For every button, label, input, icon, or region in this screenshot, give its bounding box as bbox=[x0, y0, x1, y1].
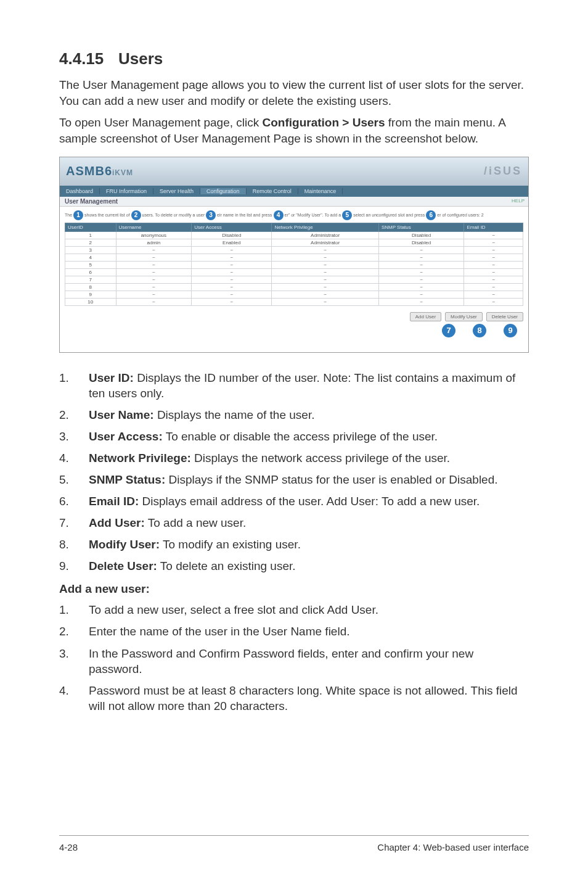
table-cell: ~ bbox=[464, 283, 523, 291]
table-cell: ~ bbox=[272, 268, 379, 276]
table-row[interactable]: 7~~~~~ bbox=[65, 276, 523, 283]
table-cell: Administrator bbox=[272, 231, 379, 239]
callout-7: 7 bbox=[442, 324, 455, 337]
table-cell: 4 bbox=[65, 254, 116, 261]
table-cell: 7 bbox=[65, 276, 116, 283]
col-snmpstatus[interactable]: SNMP Status bbox=[378, 223, 464, 231]
table-cell: ~ bbox=[116, 291, 192, 298]
table-cell: ~ bbox=[464, 254, 523, 261]
help-link[interactable]: HELP bbox=[512, 198, 525, 204]
callout-3: 3 bbox=[206, 210, 216, 220]
col-userid[interactable]: UserID bbox=[65, 223, 116, 231]
list-item: 6.Email ID: Displays email address of th… bbox=[59, 493, 529, 509]
list-label: Email ID: bbox=[89, 495, 139, 508]
list-text: Modify User: To modify an existing user. bbox=[89, 537, 529, 552]
table-cell: Disabled bbox=[378, 231, 464, 239]
table-cell: ~ bbox=[272, 291, 379, 298]
tab-maintenance[interactable]: Maintenance bbox=[298, 188, 343, 194]
list-item: 5.SNMP Status: Displays if the SNMP stat… bbox=[59, 472, 529, 487]
table-cell: 9 bbox=[65, 291, 116, 298]
brand-logo: /iSUS bbox=[484, 165, 522, 178]
footer-chapter: Chapter 4: Web-based user interface bbox=[377, 842, 529, 852]
list-text: SNMP Status: Displays if the SNMP status… bbox=[89, 472, 529, 487]
button-row: Add User Modify User Delete User bbox=[65, 312, 523, 321]
table-cell: ~ bbox=[378, 268, 464, 276]
screenshot-header: ASMB6iKVM /iSUS bbox=[60, 157, 528, 186]
col-username[interactable]: Username bbox=[116, 223, 192, 231]
list-item: 3.User Access: To enable or disable the … bbox=[59, 429, 529, 444]
tab-dashboard[interactable]: Dashboard bbox=[60, 188, 100, 194]
list-text: Password must be at least 8 characters l… bbox=[89, 683, 529, 714]
tab-server-health[interactable]: Server Health bbox=[153, 188, 200, 194]
list-item: 7.Add User: To add a new user. bbox=[59, 515, 529, 530]
table-cell: ~ bbox=[464, 239, 523, 246]
table-row[interactable]: 5~~~~~ bbox=[65, 261, 523, 268]
table-cell: Enabled bbox=[192, 239, 272, 246]
table-cell: 6 bbox=[65, 268, 116, 276]
table-cell: ~ bbox=[272, 261, 379, 268]
list-text: Delete User: To delete an existing user. bbox=[89, 558, 529, 574]
list-number: 4. bbox=[59, 450, 89, 466]
table-cell: 10 bbox=[65, 298, 116, 305]
tab-configuration[interactable]: Configuration bbox=[200, 188, 247, 194]
add-user-heading: Add a new user: bbox=[59, 582, 529, 596]
list-item: 3.In the Password and Confirm Password f… bbox=[59, 646, 529, 677]
table-row[interactable]: 1anonymousDisabledAdministratorDisabled~ bbox=[65, 231, 523, 239]
table-row[interactable]: 6~~~~~ bbox=[65, 268, 523, 276]
list-item: 9.Delete User: To delete an existing use… bbox=[59, 558, 529, 574]
table-row[interactable]: 9~~~~~ bbox=[65, 291, 523, 298]
table-cell: ~ bbox=[272, 283, 379, 291]
col-emailid[interactable]: Email ID bbox=[464, 223, 523, 231]
delete-user-button[interactable]: Delete User bbox=[486, 312, 523, 321]
footer-pagenum: 4-28 bbox=[59, 842, 78, 852]
list-text: Network Privilege: Displays the network … bbox=[89, 450, 529, 466]
callout-1: 1 bbox=[73, 210, 83, 220]
callout-6: 6 bbox=[426, 210, 436, 220]
breadcrumb: Configuration > Users bbox=[263, 116, 385, 129]
table-row[interactable]: 10~~~~~ bbox=[65, 298, 523, 305]
list-number: 1. bbox=[59, 602, 89, 617]
list-item: 4.Password must be at least 8 characters… bbox=[59, 683, 529, 714]
table-cell: ~ bbox=[116, 254, 192, 261]
table-row[interactable]: 4~~~~~ bbox=[65, 254, 523, 261]
tab-fru-info[interactable]: FRU Information bbox=[100, 188, 153, 194]
section-title: Users bbox=[118, 49, 163, 68]
list-label: Delete User: bbox=[89, 559, 157, 572]
table-cell: ~ bbox=[116, 268, 192, 276]
table-cell: 8 bbox=[65, 283, 116, 291]
table-cell: ~ bbox=[378, 246, 464, 254]
callout-2: 2 bbox=[131, 210, 141, 220]
list-number: 3. bbox=[59, 646, 89, 677]
table-header-row: UserID Username User Access Network Priv… bbox=[65, 223, 523, 231]
col-networkpriv[interactable]: Network Privilege bbox=[272, 223, 379, 231]
callout-9: 9 bbox=[504, 324, 517, 337]
section-number: 4.4.15 bbox=[59, 49, 118, 68]
table-cell: Disabled bbox=[378, 239, 464, 246]
list-item: 1.User ID: Displays the ID number of the… bbox=[59, 370, 529, 401]
table-cell: ~ bbox=[116, 276, 192, 283]
table-row[interactable]: 2adminEnabledAdministratorDisabled~ bbox=[65, 239, 523, 246]
table-cell: 5 bbox=[65, 261, 116, 268]
list-number: 4. bbox=[59, 683, 89, 714]
list-text: User Name: Displays the name of the user… bbox=[89, 407, 529, 423]
add-user-button[interactable]: Add User bbox=[410, 312, 441, 321]
steps-list: 1.To add a new user, select a free slot … bbox=[59, 602, 529, 713]
users-table: UserID Username User Access Network Priv… bbox=[65, 223, 523, 306]
table-cell: ~ bbox=[464, 268, 523, 276]
table-row[interactable]: 8~~~~~ bbox=[65, 283, 523, 291]
list-label: Modify User: bbox=[89, 538, 160, 551]
col-useraccess[interactable]: User Access bbox=[192, 223, 272, 231]
list-number: 2. bbox=[59, 407, 89, 423]
screenshot-page-title: User Management HELP bbox=[60, 197, 528, 207]
table-cell: ~ bbox=[192, 276, 272, 283]
list-text: Email ID: Displays email address of the … bbox=[89, 493, 529, 509]
screenshot-panel: ASMB6iKVM /iSUS Dashboard FRU Informatio… bbox=[59, 157, 529, 353]
list-number: 6. bbox=[59, 493, 89, 509]
modify-user-button[interactable]: Modify User bbox=[445, 312, 483, 321]
tab-remote-control[interactable]: Remote Control bbox=[247, 188, 298, 194]
list-number: 1. bbox=[59, 370, 89, 401]
table-row[interactable]: 3~~~~~ bbox=[65, 246, 523, 254]
table-cell: admin bbox=[116, 239, 192, 246]
callout-5: 5 bbox=[342, 210, 352, 220]
list-item: 4.Network Privilege: Displays the networ… bbox=[59, 450, 529, 466]
